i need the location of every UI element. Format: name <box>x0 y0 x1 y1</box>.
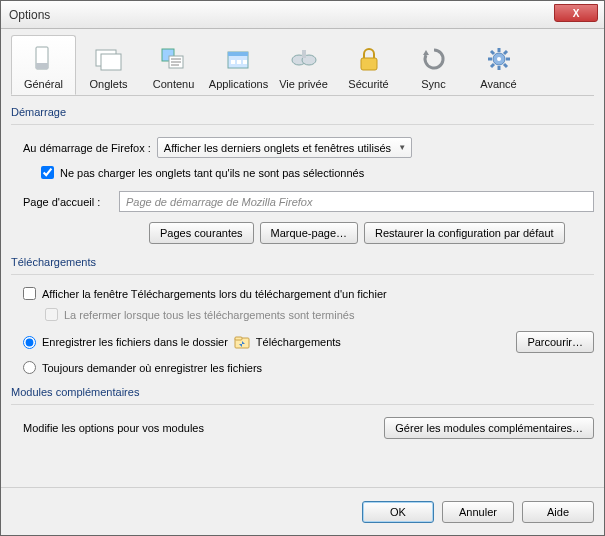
restore-default-button[interactable]: Restaurer la configuration par défaut <box>364 222 565 244</box>
close-button[interactable]: X <box>554 4 598 22</box>
svg-line-26 <box>504 64 507 67</box>
close-when-done-checkbox <box>45 308 58 321</box>
startup-when-select[interactable]: Afficher les derniers onglets et fenêtre… <box>157 137 412 158</box>
always-ask-radio[interactable] <box>23 361 36 374</box>
svg-rect-12 <box>237 60 241 64</box>
divider <box>11 274 594 275</box>
tab-sync[interactable]: Sync <box>401 35 466 95</box>
privacy-icon <box>288 43 320 75</box>
svg-rect-17 <box>361 58 377 70</box>
homepage-input[interactable]: Page de démarrage de Mozilla Firefox <box>119 191 594 212</box>
category-tabbar: Général Onglets Contenu Applications Vie… <box>11 35 594 96</box>
svg-rect-13 <box>243 60 247 64</box>
tab-label: Vie privée <box>279 78 328 90</box>
dont-load-label: Ne pas charger les onglets tant qu'ils n… <box>60 167 364 179</box>
tabs-icon <box>93 43 125 75</box>
browse-button[interactable]: Parcourir… <box>516 331 594 353</box>
save-to-folder-radio[interactable] <box>23 336 36 349</box>
close-when-done-label: La refermer lorsque tous les téléchargem… <box>64 309 354 321</box>
startup-group-title: Démarrage <box>11 106 594 118</box>
options-window: Options X Général Onglets Contenu Applic… <box>0 0 605 536</box>
divider <box>11 404 594 405</box>
download-folder-name: Téléchargements <box>256 336 517 348</box>
show-download-window-checkbox[interactable] <box>23 287 36 300</box>
use-bookmark-button[interactable]: Marque-page… <box>260 222 358 244</box>
help-button[interactable]: Aide <box>522 501 594 523</box>
svg-line-27 <box>491 64 494 67</box>
tab-label: Général <box>24 78 63 90</box>
tab-vie-privee[interactable]: Vie privée <box>271 35 336 95</box>
content-area: Général Onglets Contenu Applications Vie… <box>1 29 604 487</box>
startup-when-label: Au démarrage de Firefox : <box>23 142 151 154</box>
tab-contenu[interactable]: Contenu <box>141 35 206 95</box>
svg-rect-16 <box>302 50 306 58</box>
save-to-folder-label: Enregistrer les fichiers dans le dossier <box>42 336 228 348</box>
tab-label: Avancé <box>480 78 517 90</box>
divider <box>11 124 594 125</box>
addons-description: Modifie les options pour vos modules <box>23 422 204 434</box>
dialog-buttons: OK Annuler Aide <box>1 487 604 535</box>
tab-label: Applications <box>209 78 268 90</box>
window-title: Options <box>9 8 50 22</box>
dont-load-checkbox[interactable] <box>41 166 54 179</box>
tab-onglets[interactable]: Onglets <box>76 35 141 95</box>
svg-rect-11 <box>231 60 235 64</box>
svg-line-25 <box>491 51 494 54</box>
svg-rect-1 <box>36 63 48 69</box>
general-icon <box>28 43 60 75</box>
show-download-window-label: Afficher la fenêtre Téléchargements lors… <box>42 288 387 300</box>
svg-rect-3 <box>101 54 121 70</box>
always-ask-label: Toujours demander où enregistrer les fic… <box>42 362 262 374</box>
homepage-placeholder: Page de démarrage de Mozilla Firefox <box>126 196 312 208</box>
security-icon <box>353 43 385 75</box>
tab-applications[interactable]: Applications <box>206 35 271 95</box>
tab-label: Onglets <box>90 78 128 90</box>
svg-point-20 <box>497 57 501 61</box>
homepage-label: Page d'accueil : <box>23 196 113 208</box>
downloads-group-title: Téléchargements <box>11 256 594 268</box>
tab-label: Sécurité <box>348 78 388 90</box>
tab-label: Contenu <box>153 78 195 90</box>
applications-icon <box>223 43 255 75</box>
manage-addons-button[interactable]: Gérer les modules complémentaires… <box>384 417 594 439</box>
sync-icon <box>418 43 450 75</box>
titlebar[interactable]: Options X <box>1 1 604 29</box>
tab-label: Sync <box>421 78 445 90</box>
select-value: Afficher les derniers onglets et fenêtre… <box>164 142 391 154</box>
ok-button[interactable]: OK <box>362 501 434 523</box>
svg-marker-18 <box>423 50 429 55</box>
svg-rect-10 <box>228 52 248 56</box>
gear-icon <box>483 43 515 75</box>
close-icon: X <box>573 8 580 19</box>
svg-rect-30 <box>235 337 242 340</box>
addons-group-title: Modules complémentaires <box>11 386 594 398</box>
tab-avance[interactable]: Avancé <box>466 35 531 95</box>
folder-icon <box>234 334 250 350</box>
cancel-button[interactable]: Annuler <box>442 501 514 523</box>
tab-general[interactable]: Général <box>11 35 76 95</box>
content-icon <box>158 43 190 75</box>
tab-securite[interactable]: Sécurité <box>336 35 401 95</box>
svg-line-28 <box>504 51 507 54</box>
use-current-pages-button[interactable]: Pages courantes <box>149 222 254 244</box>
